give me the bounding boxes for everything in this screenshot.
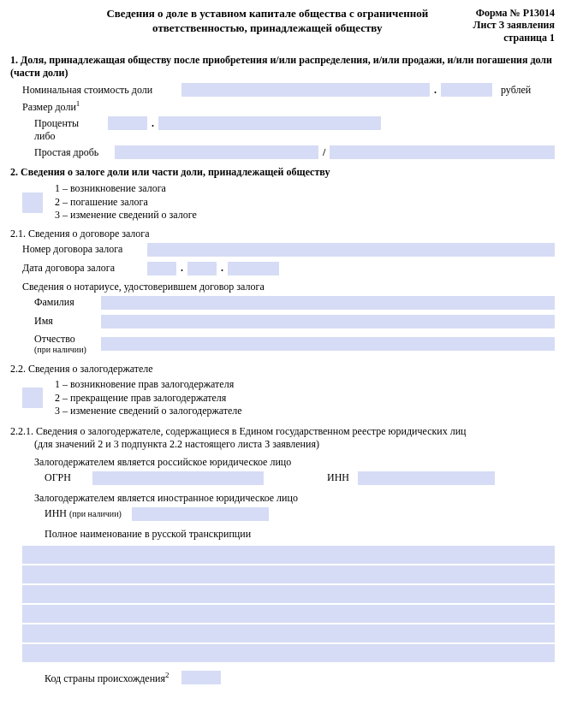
pledge-code-list: 1 – возникновение залога 2 – погашение з… [55,182,197,222]
pledge-code-3: 3 – изменение сведений о залоге [55,209,197,222]
surname-label: Фамилия [34,296,101,309]
inn-label: ИНН [264,471,358,484]
rub-label: рублей [492,84,536,97]
size-row: Размер доли1 [10,99,555,114]
decimal-dot: . [430,84,441,97]
ogrn-field[interactable] [92,471,264,485]
fullname-field-5[interactable] [22,624,555,642]
fullname-field-6[interactable] [22,644,555,662]
patronymic-label: Отчество(при наличии) [34,334,101,354]
surname-row: Фамилия [10,296,555,310]
ogrn-inn-row: ОГРН ИНН [10,471,555,485]
holder-code-row: 1 – возникновение прав залогодержателя 2… [10,378,555,418]
contract-num-row: Номер договора залога [10,243,555,257]
section-21-head: 2.1. Сведения о договоре залога [10,228,555,240]
slash: / [318,146,330,159]
section-1-head: 1. Доля, принадлежащая обществу после пр… [10,54,555,80]
title-line1: Сведения о доле в уставном капитале обще… [106,7,428,20]
pledge-code-1: 1 – возникновение залога [55,182,197,196]
date-day-field[interactable] [147,262,176,275]
country-code-field[interactable] [181,671,221,684]
patronymic-field[interactable] [101,337,555,351]
notary-label: Сведения о нотариусе, удостоверившем дог… [22,281,270,293]
holder-code-1: 1 – возникновение прав залогодержателя [55,378,242,392]
nominal-frac-field[interactable] [441,83,492,97]
form-number: Форма № Р13014 [473,7,555,19]
foreign-legal-label: Залогодержателем является иностранное юр… [10,492,555,505]
patronymic-row: Отчество(при наличии) [10,334,555,354]
name-label: Имя [34,315,101,328]
title-line2: ответственностью, принадлежащей обществу [152,21,382,34]
pledge-code-field[interactable] [22,192,43,213]
sheet-label: Лист З заявления [473,19,555,31]
date-month-field[interactable] [187,262,217,275]
percent-int-field[interactable] [108,116,147,130]
nominal-int-field[interactable] [181,83,430,97]
section-221-sub: (для значений 2 и 3 подпункта 2.2 настоя… [10,438,319,451]
fullname-field-3[interactable] [22,585,555,603]
fraction-den-field[interactable] [330,145,555,159]
percent-label: Проценты [34,117,108,130]
fullname-block [10,546,555,662]
surname-field[interactable] [101,296,555,310]
pledge-code-row: 1 – возникновение залога 2 – погашение з… [10,182,555,222]
fullname-label: Полное наименование в русской транскрипц… [10,528,555,541]
nominal-row: Номинальная стоимость доли . рублей [10,83,555,97]
pledge-code-2: 2 – погашение залога [55,196,197,210]
decimal-dot: . [147,117,158,130]
contract-num-field[interactable] [147,243,555,257]
size-label: Размер доли1 [22,99,85,114]
fullname-field-2[interactable] [22,565,555,583]
holder-code-list: 1 – возникновение прав залогодержателя 2… [55,378,242,418]
holder-code-3: 3 – изменение сведений о залогодержателе [55,405,242,418]
or-row: либо [10,130,555,143]
section-22-head: 2.2. Сведения о залогодержателе [10,363,555,376]
contract-date-label: Дата договора залога [22,262,147,275]
percent-frac-field[interactable] [158,116,381,130]
ru-legal-label: Залогодержателем является российское юри… [10,456,555,469]
holder-code-2: 2 – прекращение прав залогодержателя [55,392,242,405]
fraction-label: Простая дробь [34,146,115,159]
country-code-row: Код страны происхождения2 [10,671,555,685]
date-dot: . [217,262,228,275]
fullname-field-1[interactable] [22,546,555,564]
inn-field[interactable] [358,471,495,485]
date-year-field[interactable] [228,262,279,275]
section-2-head: 2. Сведения о залоге доли или части доли… [10,166,555,179]
page-title: Сведения о доле в уставном капитале обще… [10,7,473,36]
nominal-label: Номинальная стоимость доли [22,84,181,97]
ogrn-label: ОГРН [45,471,92,484]
percent-row: Проценты . [10,116,555,130]
name-field[interactable] [101,315,555,328]
contract-num-label: Номер договора залога [22,243,147,256]
holder-code-field[interactable] [22,388,43,408]
form-meta: Форма № Р13014 Лист З заявления страница… [473,7,555,44]
foreign-inn-label: ИНН (при наличии) [45,507,127,520]
contract-date-row: Дата договора залога . . [10,262,555,275]
foreign-inn-field[interactable] [132,507,269,521]
date-dot: . [176,262,187,275]
fraction-row: Простая дробь / [10,145,555,159]
fullname-field-4[interactable] [22,605,555,623]
foreign-inn-row: ИНН (при наличии) [10,507,555,521]
header: Сведения о доле в уставном капитале обще… [10,7,555,44]
fraction-num-field[interactable] [115,145,318,159]
or-label: либо [34,130,108,143]
country-code-label: Код страны происхождения2 [45,671,175,685]
notary-label-row: Сведения о нотариусе, удостоверившем дог… [10,281,555,293]
page-number: страница 1 [473,32,555,44]
section-221-head: 2.2.1. Сведения о залогодержателе, содер… [10,425,555,451]
name-row: Имя [10,315,555,328]
